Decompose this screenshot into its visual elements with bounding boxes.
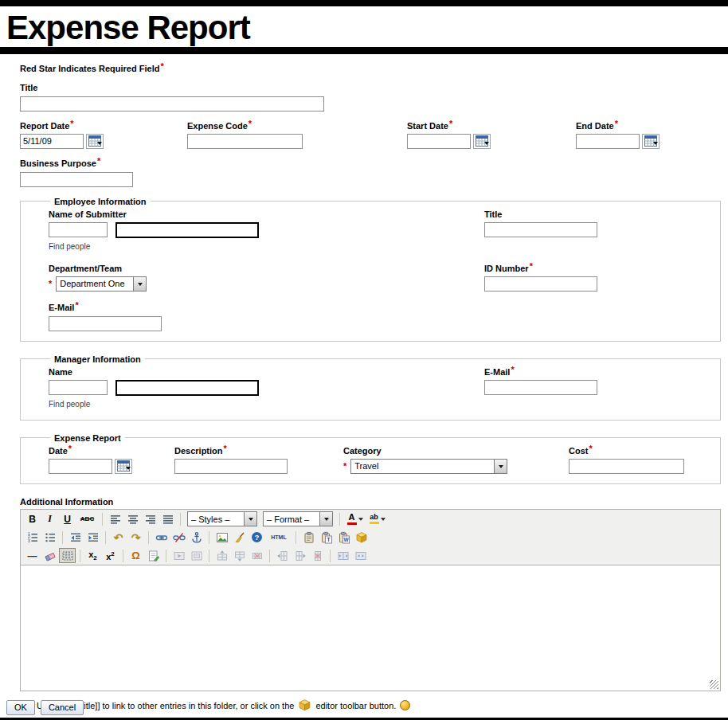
align-right-button[interactable] bbox=[142, 511, 159, 526]
undo-button[interactable]: ↶ bbox=[110, 530, 127, 545]
column-after-icon bbox=[294, 550, 307, 562]
bold-button[interactable]: B bbox=[24, 511, 41, 526]
manager-email-field: E-Mail* bbox=[484, 367, 707, 410]
bullet-list-button[interactable] bbox=[41, 530, 58, 545]
superscript-button[interactable]: x2 bbox=[102, 548, 119, 563]
insert-box-button[interactable] bbox=[353, 530, 370, 545]
category-select-value: Travel bbox=[351, 460, 494, 473]
required-star-icon: * bbox=[589, 444, 592, 453]
expense-date-calendar-button[interactable] bbox=[115, 459, 132, 474]
category-select[interactable]: Travel bbox=[350, 459, 507, 474]
report-date-input[interactable] bbox=[20, 134, 84, 149]
employee-information-legend: Employee Information bbox=[50, 197, 151, 206]
ok-button[interactable]: OK bbox=[6, 700, 35, 715]
end-date-input[interactable] bbox=[576, 134, 640, 149]
resize-handle[interactable] bbox=[710, 680, 718, 689]
expense-cost-label: Cost* bbox=[569, 446, 707, 456]
employee-email-input[interactable] bbox=[49, 316, 162, 331]
highlight-color-button[interactable]: ab bbox=[366, 511, 388, 526]
format-select[interactable]: – Format – bbox=[263, 511, 333, 526]
insert-template-button[interactable] bbox=[145, 548, 162, 563]
department-select[interactable]: Department One bbox=[56, 276, 147, 292]
additional-information-label: Additional Information bbox=[20, 497, 721, 507]
manager-name-picker-input[interactable] bbox=[115, 380, 259, 396]
help-button[interactable]: ? bbox=[249, 530, 265, 545]
outdent-icon bbox=[69, 531, 82, 544]
page-title: Expense Report bbox=[6, 9, 722, 46]
find-people-link[interactable]: Find people bbox=[49, 400, 90, 409]
form-content: Red Star Indicates Required Field* Title… bbox=[0, 54, 728, 712]
anchor-button[interactable] bbox=[188, 530, 205, 545]
insert-column-after-button bbox=[292, 548, 308, 563]
chevron-down-icon bbox=[133, 277, 146, 291]
outdent-button[interactable] bbox=[67, 530, 84, 545]
unlink-button[interactable] bbox=[170, 530, 187, 545]
special-character-button[interactable]: Ω bbox=[127, 548, 144, 563]
report-date-calendar-button[interactable] bbox=[86, 134, 104, 149]
expense-description-field: Description* bbox=[174, 446, 343, 475]
styles-select[interactable]: – Styles – bbox=[187, 511, 257, 526]
business-purpose-input[interactable] bbox=[20, 172, 133, 187]
subscript-icon: x2 bbox=[88, 550, 97, 562]
title-input[interactable] bbox=[20, 96, 324, 112]
subscript-button[interactable]: x2 bbox=[84, 548, 101, 563]
employee-email-field: E-Mail* bbox=[49, 303, 484, 331]
toolbar-separator bbox=[339, 513, 340, 526]
start-date-label: Start Date* bbox=[407, 121, 576, 131]
expense-code-input[interactable] bbox=[187, 134, 303, 149]
merge-cells-button bbox=[352, 548, 369, 563]
id-number-field: ID Number* bbox=[484, 264, 707, 292]
insert-image-button[interactable] bbox=[213, 530, 230, 545]
id-number-input[interactable] bbox=[484, 276, 597, 292]
manager-name-field: Name Find people bbox=[49, 367, 484, 410]
toolbar-separator bbox=[209, 550, 209, 562]
end-date-calendar-button[interactable] bbox=[642, 134, 660, 149]
cleanup-button[interactable] bbox=[231, 530, 248, 545]
insert-link-button[interactable] bbox=[153, 530, 170, 545]
employee-title-field: Title bbox=[484, 209, 707, 252]
start-date-input[interactable] bbox=[407, 134, 471, 149]
help-icon: ? bbox=[252, 532, 262, 542]
delete-column-icon bbox=[311, 550, 324, 562]
redo-button[interactable]: ↷ bbox=[127, 530, 144, 545]
toolbar-separator bbox=[330, 550, 331, 562]
employee-title-input[interactable] bbox=[484, 222, 597, 237]
align-justify-button[interactable] bbox=[159, 511, 176, 526]
paste-button[interactable] bbox=[300, 530, 317, 545]
submitter-name-input[interactable] bbox=[49, 222, 108, 237]
paste-from-word-button[interactable]: W bbox=[335, 530, 352, 545]
horizontal-rule-button[interactable]: — bbox=[24, 548, 41, 563]
toolbar-separator bbox=[180, 513, 181, 526]
numbered-list-button[interactable]: 123 bbox=[24, 530, 41, 545]
manager-email-input[interactable] bbox=[484, 380, 597, 395]
align-center-button[interactable] bbox=[124, 511, 141, 526]
html-source-button[interactable]: HTML bbox=[266, 530, 292, 545]
manager-name-input[interactable] bbox=[49, 380, 108, 395]
expense-date-input[interactable] bbox=[49, 459, 112, 474]
split-cells-icon bbox=[337, 550, 350, 562]
strikethrough-icon: ABC bbox=[80, 515, 94, 522]
remove-format-button[interactable] bbox=[41, 548, 58, 563]
expense-description-input[interactable] bbox=[174, 459, 288, 474]
indent-button[interactable] bbox=[84, 530, 101, 545]
format-select-value: – Format – bbox=[264, 512, 319, 526]
editor-text-area[interactable] bbox=[21, 565, 720, 691]
cancel-button[interactable]: Cancel bbox=[41, 700, 84, 715]
expense-cost-input[interactable] bbox=[569, 459, 684, 474]
header-divider-bar bbox=[0, 47, 728, 54]
strikethrough-button[interactable]: ABC bbox=[76, 511, 98, 526]
find-people-link[interactable]: Find people bbox=[49, 242, 90, 251]
start-date-calendar-button[interactable] bbox=[473, 134, 491, 149]
align-left-button[interactable] bbox=[107, 511, 123, 526]
italic-button[interactable]: I bbox=[41, 511, 58, 526]
underline-button[interactable]: U bbox=[59, 511, 76, 526]
paste-as-text-button[interactable]: T bbox=[318, 530, 335, 545]
insert-media-button bbox=[170, 548, 187, 563]
submitter-name-picker-input[interactable] bbox=[115, 222, 259, 238]
text-color-button[interactable]: A bbox=[344, 511, 366, 526]
visual-guidelines-toggle[interactable] bbox=[59, 548, 76, 563]
toolbar-separator bbox=[296, 531, 296, 544]
anchor-icon bbox=[190, 531, 203, 544]
underline-icon: U bbox=[64, 514, 71, 525]
template-edit-icon bbox=[147, 550, 160, 562]
